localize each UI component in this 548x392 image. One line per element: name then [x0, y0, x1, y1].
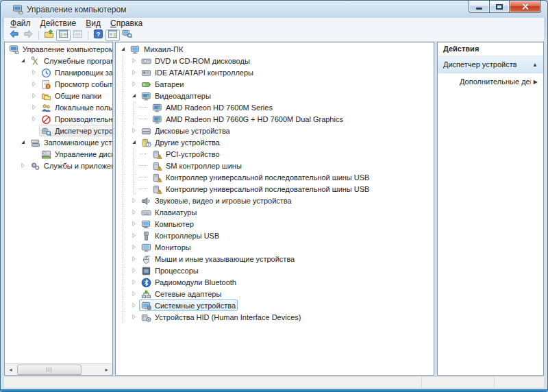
expand-twisty-icon[interactable] — [129, 299, 139, 311]
expand-twisty-icon[interactable] — [129, 276, 139, 288]
warning-device-icon — [152, 149, 163, 160]
device-tree-node[interactable]: Процессоры — [116, 265, 434, 276]
expand-twisty-icon[interactable] — [29, 101, 39, 113]
console-tree-node[interactable]: Запоминающие устройст — [5, 136, 112, 148]
device-tree-node[interactable]: Клавиатуры — [116, 206, 434, 218]
device-tree-node[interactable]: Мыши и иные указывающие устройства — [116, 253, 434, 265]
collapse-twisty-icon[interactable] — [18, 136, 28, 148]
tree-indent — [129, 148, 140, 160]
tree-indent — [18, 101, 29, 113]
device-tree-node[interactable]: IDE ATA/ATAPI контроллеры — [116, 66, 434, 78]
tree-indent — [7, 101, 18, 113]
device-tree-node[interactable]: Устройства HID (Human Interface Devices) — [116, 311, 434, 323]
collapse-twisty-icon[interactable] — [129, 90, 139, 101]
expand-twisty-icon[interactable] — [129, 125, 139, 136]
expand-twisty-icon[interactable] — [129, 78, 139, 90]
action-more-actions[interactable]: Дополнительные дей... ▶ — [438, 73, 543, 90]
collapse-twisty-icon[interactable] — [118, 43, 128, 55]
console-tree-node[interactable]: Производительность — [5, 113, 112, 125]
console-tree-node[interactable]: Просмотр событий — [5, 78, 112, 90]
device-tree-node[interactable]: Дисковые устройства — [116, 125, 434, 136]
tree-indent — [118, 253, 129, 265]
device-tree-node[interactable]: Радиомодули Bluetooth — [116, 276, 434, 288]
tree-indent — [129, 113, 140, 125]
device-tree-node[interactable]: SM контроллер шины — [116, 160, 434, 171]
device-tree-node[interactable]: Контроллеры USB — [116, 230, 434, 241]
scan-hardware-changes-button[interactable] — [120, 29, 134, 41]
expand-twisty-icon[interactable] — [129, 288, 139, 299]
maximize-button[interactable] — [490, 1, 509, 13]
device-tree-node[interactable]: DVD и CD-ROM дисководы — [116, 55, 434, 66]
expand-twisty-icon[interactable] — [129, 230, 139, 241]
tree-node-label: Просмотр событий — [55, 80, 112, 88]
device-tree-node[interactable]: Звуковые, видео и игровые устройства — [116, 195, 434, 206]
expand-twisty-icon[interactable] — [29, 90, 39, 101]
expand-twisty-icon[interactable] — [29, 78, 39, 90]
scrollbar-thumb[interactable] — [17, 365, 82, 375]
svg-text:?: ? — [96, 30, 100, 38]
show-console-tree-button[interactable] — [56, 29, 71, 41]
expand-twisty-icon[interactable] — [18, 160, 28, 171]
close-button[interactable] — [509, 1, 541, 13]
usb-icon — [141, 230, 152, 241]
console-tree-node[interactable]: Службы и приложения — [5, 160, 112, 171]
menu-item-file[interactable]: Файл — [5, 18, 36, 29]
actions-section-device-manager[interactable]: Диспетчер устройств ▲ — [438, 56, 543, 73]
collapse-twisty-icon[interactable] — [129, 136, 139, 148]
export-list-button[interactable] — [71, 29, 85, 41]
computer-management-icon — [12, 4, 23, 15]
device-tree-node[interactable]: Видеоадаптеры — [116, 90, 434, 101]
horizontal-scrollbar[interactable]: ◂ ▸ — [5, 363, 112, 375]
device-tree-node[interactable]: Михаил-ПК — [116, 43, 434, 55]
menu-item-action[interactable]: Действие — [36, 18, 82, 29]
device-tree-node[interactable]: ?Другие устройства — [116, 136, 434, 148]
up-one-level-button[interactable] — [42, 29, 56, 41]
console-tree-node[interactable]: Служебные программы — [5, 55, 112, 66]
battery-icon — [141, 79, 152, 90]
console-tree-node[interactable]: Управление дисками — [5, 148, 112, 160]
device-tree-node[interactable]: Контроллер универсальной последовательно… — [116, 171, 434, 183]
menu-item-help[interactable]: Справка — [105, 18, 147, 29]
device-tree-node[interactable]: Батареи — [116, 78, 434, 90]
collapse-chevron-icon[interactable]: ▲ — [532, 62, 538, 68]
console-tree-node[interactable]: Локальные пользовате — [5, 101, 112, 113]
tree-node-label: Диспетчер устройств — [55, 127, 112, 135]
device-tree-node[interactable]: PCI-устройство — [116, 148, 434, 160]
scroll-left-button[interactable]: ◂ — [5, 365, 16, 374]
expand-twisty-icon[interactable] — [129, 265, 139, 276]
minimize-button[interactable] — [469, 1, 490, 13]
expand-twisty-icon[interactable] — [129, 195, 139, 206]
back-icon — [9, 29, 19, 42]
device-tree-node[interactable]: AMD Radeon HD 7660G + HD 7600M Dual Grap… — [116, 113, 434, 125]
expand-twisty-icon[interactable] — [129, 218, 139, 230]
back-button[interactable] — [7, 29, 21, 41]
scroll-right-button[interactable]: ▸ — [101, 365, 112, 374]
device-tree-node[interactable]: Системные устройства — [116, 299, 434, 311]
console-tree-node[interactable]: Общие папки — [5, 90, 112, 101]
help-button[interactable]: ? — [91, 29, 105, 41]
device-tree-node[interactable]: Мониторы — [116, 241, 434, 253]
tree-node-label: Дисковые устройства — [155, 127, 230, 135]
console-tree-node[interactable]: Диспетчер устройств — [5, 125, 112, 136]
tree-indent — [118, 55, 129, 66]
console-tree-node[interactable]: Управление компьютером (л — [5, 43, 112, 55]
expand-twisty-icon[interactable] — [129, 66, 139, 78]
collapse-twisty-icon[interactable] — [18, 55, 28, 66]
device-tree-node[interactable]: AMD Radeon HD 7600M Series — [116, 101, 434, 113]
device-tree-node[interactable]: Компьютер — [116, 218, 434, 230]
expand-twisty-icon[interactable] — [129, 241, 139, 253]
menu-item-view[interactable]: Вид — [81, 18, 105, 29]
expand-twisty-icon[interactable] — [129, 253, 139, 265]
console-tree-node[interactable]: Планировщик заданий — [5, 66, 112, 78]
expand-twisty-icon[interactable] — [129, 311, 139, 323]
title-bar[interactable]: Управление компьютером — [1, 1, 547, 19]
forward-button[interactable] — [21, 29, 36, 41]
expand-twisty-icon[interactable] — [129, 55, 139, 66]
expand-twisty-icon[interactable] — [29, 66, 39, 78]
expand-twisty-icon[interactable] — [129, 206, 139, 218]
scan-hardware-icon — [122, 29, 132, 42]
device-tree-node[interactable]: Контроллер универсальной последовательно… — [116, 183, 434, 195]
expand-twisty-icon[interactable] — [29, 113, 39, 125]
device-tree-node[interactable]: Сетевые адаптеры — [116, 288, 434, 299]
show-action-pane-button[interactable] — [105, 29, 120, 41]
